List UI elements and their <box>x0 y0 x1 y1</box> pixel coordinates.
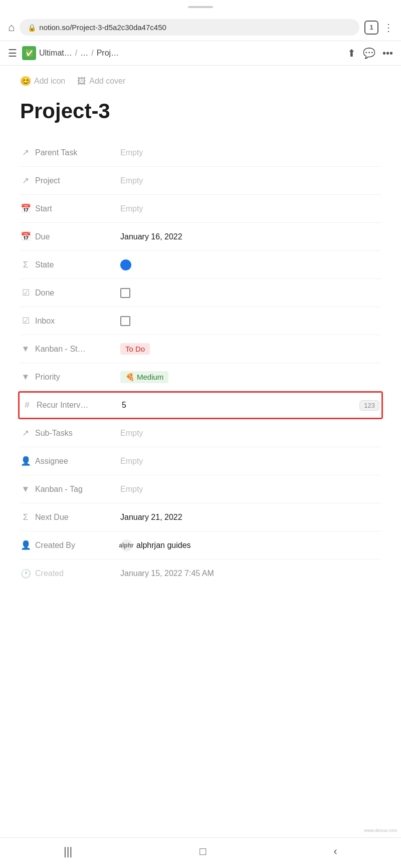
state-value[interactable] <box>120 259 381 270</box>
parent-task-value[interactable]: Empty <box>120 148 381 157</box>
add-cover-button[interactable]: 🖼 Add cover <box>77 76 125 87</box>
project-value[interactable]: Empty <box>120 176 381 185</box>
browser-chrome: ⌂ 🔒 notion.so/Project-3-d5a2c30da47c450 … <box>0 14 401 41</box>
avatar-text: alphr <box>119 542 133 549</box>
toolbar-actions: ⬆ 💬 ••• <box>347 47 393 59</box>
add-cover-label: Add cover <box>89 77 125 86</box>
comment-icon[interactable]: 💬 <box>363 47 375 59</box>
home-icon[interactable]: ⌂ <box>8 21 15 34</box>
due-value[interactable]: January 16, 2022 <box>120 232 381 241</box>
number-type-badge: 123 <box>359 400 379 411</box>
url-bar[interactable]: 🔒 notion.so/Project-3-d5a2c30da47c450 <box>20 19 359 36</box>
property-row-kanban-tag[interactable]: ▼ Kanban - Tag Empty <box>20 475 381 503</box>
done-value[interactable] <box>120 288 381 298</box>
created-by-value[interactable]: alphr alphrjan guides <box>120 539 381 551</box>
inbox-value[interactable] <box>120 316 381 326</box>
done-label: Done <box>35 288 54 298</box>
property-row-sub-tasks[interactable]: ↗ Sub-Tasks Empty <box>20 419 381 447</box>
next-due-value[interactable]: January 21, 2022 <box>120 513 381 522</box>
due-label: Due <box>35 232 50 241</box>
notion-icon: ✅ <box>22 46 36 60</box>
sub-tasks-value[interactable]: Empty <box>120 429 381 438</box>
breadcrumb-part3[interactable]: Proj… <box>97 49 119 58</box>
nav-back-icon[interactable]: ‹ <box>334 845 337 858</box>
property-row-project[interactable]: ↗ Project Empty <box>20 167 381 195</box>
property-row-due[interactable]: 📅 Due January 16, 2022 <box>20 223 381 251</box>
property-label-recur-interv: # Recur Interv… <box>22 400 122 410</box>
tab-count[interactable]: 1 <box>364 21 378 35</box>
watermark: www.devua.com <box>364 828 397 833</box>
medium-emoji: 🍕 <box>125 373 135 382</box>
kanban-tag-value[interactable]: Empty <box>120 485 381 494</box>
hamburger-icon[interactable]: ☰ <box>8 47 17 59</box>
property-label-priority: ▼ Priority <box>20 372 120 382</box>
person-icon-created-by: 👤 <box>20 540 31 550</box>
add-icon-label: Add icon <box>34 77 65 86</box>
property-row-done[interactable]: ☑ Done <box>20 279 381 307</box>
property-row-next-due[interactable]: Σ Next Due January 21, 2022 <box>20 503 381 531</box>
medium-tag[interactable]: 🍕 Medium <box>120 371 168 383</box>
recur-interv-value[interactable]: 5 123 <box>122 400 379 411</box>
property-label-created: 🕐 Created <box>20 568 120 579</box>
priority-value[interactable]: 🍕 Medium <box>120 371 381 383</box>
kanban-st-label: Kanban - St… <box>35 345 86 354</box>
person-icon-assignee: 👤 <box>20 456 31 466</box>
breadcrumb-sep2: / <box>91 49 93 58</box>
url-text: notion.so/Project-3-d5a2c30da47c450 <box>39 23 166 32</box>
dropdown-icon-tag: ▼ <box>20 484 31 494</box>
project-label: Project <box>35 176 60 185</box>
todo-tag[interactable]: To Do <box>120 343 150 355</box>
property-label-kanban-st: ▼ Kanban - St… <box>20 344 120 354</box>
sigma-icon: Σ <box>20 260 31 270</box>
property-row-inbox[interactable]: ☑ Inbox <box>20 307 381 335</box>
more-options-icon[interactable]: ••• <box>382 48 393 59</box>
clock-icon: 🕐 <box>20 568 31 579</box>
property-row-recur-interv[interactable]: # Recur Interv… 5 123 <box>18 391 383 419</box>
app-toolbar: ☰ ✅ Ultimat… / … / Proj… ⬆ 💬 ••• <box>0 41 401 66</box>
nav-bar: ||| □ ‹ <box>0 837 401 868</box>
property-row-parent-task[interactable]: ↗ Parent Task Empty <box>20 139 381 167</box>
recur-interv-label: Recur Interv… <box>37 401 88 410</box>
share-icon[interactable]: ⬆ <box>347 47 356 59</box>
created-value[interactable]: January 15, 2022 7:45 AM <box>120 569 381 578</box>
avatar: alphr <box>120 539 132 551</box>
kanban-st-value[interactable]: To Do <box>120 343 381 355</box>
breadcrumb-sep1: / <box>75 49 77 58</box>
property-label-state: Σ State <box>20 260 120 270</box>
breadcrumb-part1[interactable]: Ultimat… <box>39 49 72 58</box>
add-icon-button[interactable]: 😊 Add icon <box>20 76 65 87</box>
property-label-next-due: Σ Next Due <box>20 512 120 522</box>
done-checkbox[interactable] <box>120 288 130 298</box>
parent-task-label: Parent Task <box>35 148 77 157</box>
kanban-tag-label: Kanban - Tag <box>35 485 83 494</box>
status-indicator <box>188 6 213 8</box>
property-row-created[interactable]: 🕐 Created January 15, 2022 7:45 AM <box>20 559 381 588</box>
page-actions-row: 😊 Add icon 🖼 Add cover <box>20 76 381 87</box>
sigma-icon-2: Σ <box>20 512 31 522</box>
start-label: Start <box>35 204 52 213</box>
property-row-created-by[interactable]: 👤 Created By alphr alphrjan guides <box>20 531 381 559</box>
calendar-icon-2: 📅 <box>20 231 31 242</box>
created-label: Created <box>35 569 64 578</box>
emoji-icon: 😊 <box>20 76 31 87</box>
medium-text: Medium <box>137 373 163 381</box>
nav-home-icon[interactable]: □ <box>199 845 206 858</box>
checkbox-icon-inbox: ☑ <box>20 316 31 326</box>
property-row-state[interactable]: Σ State <box>20 251 381 279</box>
property-label-due: 📅 Due <box>20 231 120 242</box>
breadcrumb-part2[interactable]: … <box>80 49 88 58</box>
dropdown-icon-priority: ▼ <box>20 372 31 382</box>
assignee-value[interactable]: Empty <box>120 457 381 466</box>
property-row-start[interactable]: 📅 Start Empty <box>20 195 381 223</box>
arrow-icon-2: ↗ <box>20 175 31 186</box>
start-value[interactable]: Empty <box>120 204 381 213</box>
arrow-icon: ↗ <box>20 147 31 158</box>
page-title[interactable]: Project-3 <box>20 99 381 124</box>
nav-menu-icon[interactable]: ||| <box>64 845 72 858</box>
property-row-assignee[interactable]: 👤 Assignee Empty <box>20 447 381 475</box>
inbox-checkbox[interactable] <box>120 316 130 326</box>
property-row-priority[interactable]: ▼ Priority 🍕 Medium <box>20 363 381 391</box>
property-row-kanban-st[interactable]: ▼ Kanban - St… To Do <box>20 335 381 363</box>
more-icon[interactable]: ⋮ <box>383 22 393 34</box>
property-label-parent-task: ↗ Parent Task <box>20 147 120 158</box>
